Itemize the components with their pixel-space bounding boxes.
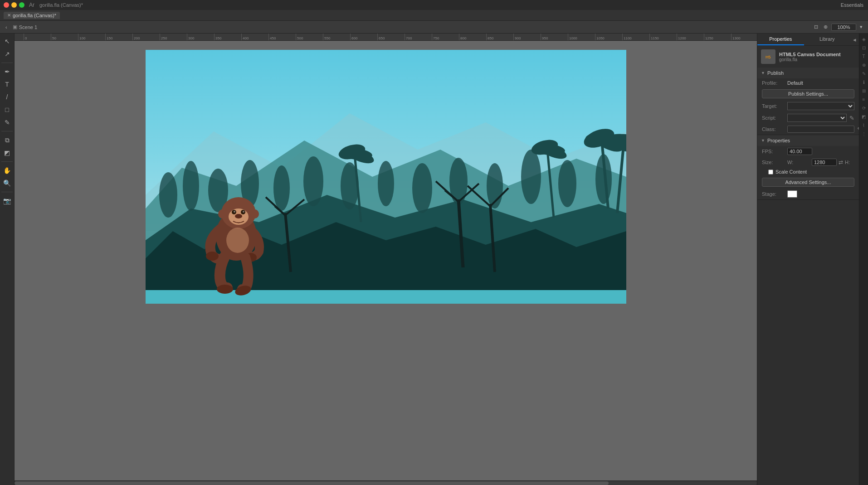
tab-library[interactable]: Library [804,34,851,45]
mini-btn-7[interactable]: ⊞ [860,87,868,94]
ruler-600: 600 [350,34,377,41]
svg-point-11 [412,163,432,213]
titlebar-filename: gorilla.fla (Canvas)* [39,2,83,8]
ruler-marks: 0 50 100 150 200 250 300 350 400 450 500… [24,34,757,41]
maximize-button[interactable] [19,2,24,8]
advanced-settings-button[interactable]: Advanced Settings... [762,178,854,187]
pencil-tool[interactable]: ✎ [1,116,13,128]
pen-tool[interactable]: ✒ [1,66,13,78]
horizontal-scrollbar[interactable] [15,480,757,485]
mini-btn-11[interactable]: ⌇ [860,121,868,129]
text-tool[interactable]: T [1,78,13,90]
panel-collapse-button[interactable]: ◂ [850,34,859,45]
close-button[interactable] [4,2,9,8]
svg-text:H5: H5 [766,55,771,59]
mini-btn-3[interactable]: T [860,53,868,60]
back-button[interactable]: ‹ [4,24,9,31]
tab-bar: ✕ gorilla.fla (Canvas)* [0,10,868,21]
publish-section-header[interactable]: ▼ Publish [757,68,859,78]
script-row: Script: ✎ [757,112,859,124]
paint-bucket-tool[interactable]: ⧉ [1,134,13,146]
mini-btn-8[interactable]: ≡ [860,96,868,103]
ruler-1100: 1100 [622,34,649,41]
subselect-tool[interactable]: ↗ [1,48,13,60]
advanced-settings-row: Advanced Settings... [757,176,859,189]
toolbar-divider-2 [1,131,13,131]
toolbar-divider-1 [1,63,13,63]
zoom-fit-button[interactable]: ⊡ [812,23,820,31]
properties-panel: Properties Library ◂ H5 HTML5 Canvas Doc… [757,34,859,485]
svg-point-4 [183,161,199,211]
ruler-1150: 1150 [649,34,677,41]
script-select[interactable] [787,114,847,122]
stage-color-picker[interactable] [787,190,797,198]
camera-tool[interactable]: 📷 [1,195,13,207]
svg-point-54 [251,209,259,218]
mini-btn-4[interactable]: ⊕ [860,61,868,68]
target-row: Target: [757,100,859,112]
document-icon: H5 [761,49,775,64]
size-row: Size: W: ⇄ H: px [757,157,859,168]
svg-point-53 [218,209,226,218]
profile-row: Profile: Default [757,78,859,87]
fps-input[interactable] [787,148,812,155]
mini-btn-12[interactable]: ⋮ [860,130,868,137]
mini-btn-6[interactable]: ℹ [860,78,868,86]
publish-settings-row: Publish Settings... [757,87,859,100]
swap-dimensions-button[interactable]: ⇄ [839,159,843,165]
script-edit-button[interactable]: ✎ [849,115,854,121]
ruler-1250: 1250 [704,34,731,41]
right-mini-toolbar: ◈ ⊡ T ⊕ ✎ ℹ ⊞ ≡ ⟳ ◩ ⌇ ⋮ [859,34,868,485]
svg-point-15 [558,160,576,207]
publish-label: Publish [767,70,784,76]
profile-value: Default [787,80,803,86]
mini-btn-2[interactable]: ⊡ [860,44,868,51]
props-label: Properties [767,138,790,143]
scene-name: Scene 1 [19,24,37,30]
tab-close-icon[interactable]: ✕ [7,13,11,18]
script-label: Script: [762,115,785,121]
fps-row: FPS: [757,146,859,157]
toolbar: ‹ ▣ Scene 1 ⊡ ⊕ 100% ▾ [0,21,868,34]
properties-sub-header[interactable]: ▼ Properties [757,135,859,146]
rect-tool[interactable]: □ [1,104,13,116]
minimize-button[interactable] [11,2,17,8]
document-info: H5 HTML5 Canvas Document gorilla.fla [757,46,859,68]
mini-btn-10[interactable]: ◩ [860,113,868,120]
w-label: W: [787,160,810,165]
svg-point-12 [449,158,468,205]
select-tool[interactable]: ↖ [1,35,13,47]
stage[interactable] [146,50,626,304]
svg-point-7 [273,165,290,211]
ruler-top: 0 50 100 150 200 250 300 350 400 450 500… [15,34,757,41]
scale-content-checkbox[interactable] [768,170,773,175]
mini-btn-9[interactable]: ⟳ [860,104,868,112]
canvas-area[interactable] [15,41,757,480]
props-arrow-icon: ▼ [761,138,765,143]
zoom-display: 100% [831,24,856,31]
mini-btn-1[interactable]: ◈ [860,35,868,43]
zoom-tool[interactable]: 🔍 [1,177,13,189]
toolbar-divider-4 [1,192,13,192]
h-label: H: [845,160,859,165]
ruler-700: 700 [405,34,432,41]
file-tab[interactable]: ✕ gorilla.fla (Canvas)* [4,12,60,19]
svg-point-52 [235,214,242,218]
toolbar-divider-3 [1,161,13,162]
tab-properties[interactable]: Properties [757,34,804,45]
zoom-dropdown-button[interactable]: ▾ [858,23,864,31]
zoom-center-button[interactable]: ⊕ [822,23,829,31]
line-tool[interactable]: / [1,91,13,103]
target-select[interactable] [787,102,854,110]
publish-section: ▼ Publish Profile: Default Publish Setti… [757,68,859,135]
eyedropper-tool[interactable]: ◩ [1,147,13,159]
class-label: Class: [762,126,785,132]
publish-settings-button[interactable]: Publish Settings... [762,89,854,98]
hand-tool[interactable]: ✋ [1,165,13,176]
mini-btn-5[interactable]: ✎ [860,70,868,77]
class-input[interactable] [787,126,854,133]
publish-arrow-icon: ▼ [761,71,765,75]
ruler-450: 450 [268,34,296,41]
width-input[interactable] [812,159,837,166]
html5-icon: H5 [763,52,773,62]
